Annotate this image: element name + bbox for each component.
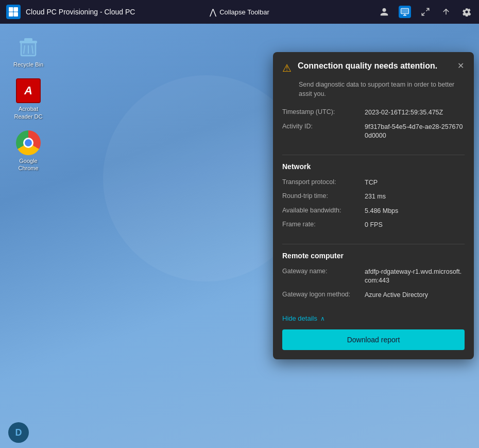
- timestamp-value: 2023-02-16T12:59:35.475Z: [365, 108, 443, 118]
- windows-logo: [6, 5, 21, 19]
- warning-icon: ⚠: [282, 62, 292, 74]
- gateway-logon-label: Gateway logon method:: [282, 291, 360, 300]
- activity-id-label: Activity ID:: [282, 123, 360, 141]
- display-icon[interactable]: [399, 6, 411, 18]
- chrome-inner-circle: [23, 138, 33, 148]
- collapse-chevron-icon: ⋀: [210, 7, 216, 17]
- panel-info-section: Timestamp (UTC): 2023-02-16T12:59:35.475…: [273, 106, 474, 151]
- titlebar-icons: [378, 6, 473, 18]
- frame-rate-label: Frame rate:: [282, 221, 360, 230]
- close-button[interactable]: ✕: [454, 59, 467, 72]
- timestamp-label: Timestamp (UTC):: [282, 108, 360, 118]
- round-trip-label: Round-trip time:: [282, 192, 360, 202]
- activity-id-value: 9f317baf-54e5-4d7e-ae28-2576700d0000: [365, 123, 465, 141]
- svg-rect-1: [14, 7, 19, 12]
- bandwidth-value: 5.486 Mbps: [365, 207, 398, 216]
- hide-details-label: Hide details: [282, 314, 317, 322]
- hide-details-link[interactable]: Hide details ∧: [273, 309, 474, 329]
- recycle-bin-label: Recycle Bin: [13, 61, 43, 68]
- recycle-bin-image: [16, 34, 41, 59]
- notification-panel: ⚠ Connection quality needs attention. ✕ …: [273, 52, 474, 359]
- collapse-toolbar-label: Collapse Toolbar: [219, 8, 269, 16]
- panel-title: Connection quality needs attention.: [298, 61, 465, 71]
- gateway-name-value: afdfp-rdgateway-r1.wvd.microsoft.com:443: [365, 268, 465, 286]
- svg-rect-5: [401, 8, 409, 14]
- resize-icon[interactable]: [419, 6, 432, 18]
- settings-icon[interactable]: [460, 6, 473, 18]
- timestamp-row: Timestamp (UTC): 2023-02-16T12:59:35.475…: [282, 106, 465, 120]
- panel-header: ⚠ Connection quality needs attention. ✕: [273, 52, 474, 80]
- acrobat-label: Acrobat Reader DC: [14, 105, 42, 120]
- download-report-button[interactable]: Download report: [282, 329, 465, 350]
- acrobat-wrap: A: [16, 78, 41, 103]
- svg-rect-0: [9, 7, 13, 12]
- chrome-icon[interactable]: Google Chrome: [10, 130, 46, 172]
- taskbar-icon[interactable]: D: [8, 422, 29, 443]
- bandwidth-label: Available bandwidth:: [282, 207, 360, 216]
- chrome-image: [16, 130, 41, 155]
- svg-rect-10: [24, 38, 32, 41]
- bandwidth-row: Available bandwidth: 5.486 Mbps: [282, 204, 465, 219]
- taskbar-icon-letter: D: [15, 427, 22, 438]
- transport-value: TCP: [365, 178, 378, 188]
- network-section: Transport protocol: TCP Round-trip time:…: [273, 176, 474, 240]
- network-section-title: Network: [273, 162, 474, 176]
- gateway-name-row: Gateway name: afdfp-rdgateway-r1.wvd.mic…: [282, 265, 465, 288]
- acrobat-letter: A: [24, 84, 32, 97]
- arrow-up-icon[interactable]: [440, 6, 452, 18]
- gateway-logon-value: Azure Active Directory: [365, 291, 428, 300]
- svg-rect-2: [9, 12, 13, 17]
- desktop: Recycle Bin A Acrobat Reader DC Google C…: [0, 24, 479, 448]
- chevron-up-icon: ∧: [320, 315, 325, 322]
- gateway-name-label: Gateway name:: [282, 268, 360, 286]
- window-title: Cloud PC Provisioning - Cloud PC: [26, 8, 373, 16]
- activity-id-row: Activity ID: 9f317baf-54e5-4d7e-ae28-257…: [282, 120, 465, 143]
- acrobat-icon[interactable]: A Acrobat Reader DC: [10, 78, 46, 120]
- panel-subtitle: Send diagnostic data to support team in …: [273, 80, 474, 106]
- divider-1: [282, 155, 465, 155]
- chrome-wrap: [16, 130, 41, 155]
- remote-section: Gateway name: afdfp-rdgateway-r1.wvd.mic…: [273, 265, 474, 310]
- user-icon[interactable]: [378, 6, 390, 18]
- recycle-bin-icon[interactable]: Recycle Bin: [10, 34, 46, 68]
- remote-section-title: Remote computer: [273, 252, 474, 265]
- titlebar: Cloud PC Provisioning - Cloud PC ⋀ Colla…: [0, 0, 479, 24]
- frame-rate-value: 0 FPS: [365, 221, 383, 230]
- frame-rate-row: Frame rate: 0 FPS: [282, 218, 465, 233]
- transport-label: Transport protocol:: [282, 178, 360, 188]
- chrome-label: Google Chrome: [18, 157, 38, 172]
- round-trip-value: 231 ms: [365, 192, 386, 202]
- transport-protocol-row: Transport protocol: TCP: [282, 176, 465, 190]
- collapse-toolbar-btn[interactable]: ⋀ Collapse Toolbar: [210, 7, 269, 17]
- divider-2: [282, 244, 465, 244]
- round-trip-row: Round-trip time: 231 ms: [282, 190, 465, 204]
- svg-rect-3: [14, 12, 19, 17]
- acrobat-image: A: [16, 78, 41, 103]
- desktop-icons: Recycle Bin A Acrobat Reader DC Google C…: [10, 34, 46, 172]
- gateway-logon-row: Gateway logon method: Azure Active Direc…: [282, 288, 465, 303]
